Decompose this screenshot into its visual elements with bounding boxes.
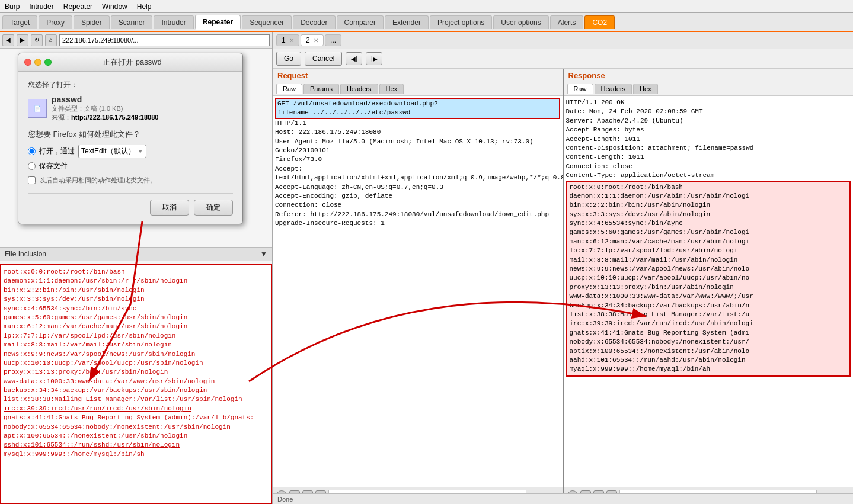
response-body-line: myaql:x:999:999::/home/myaql:/bin/ah xyxy=(570,365,848,374)
tab-sequencer[interactable]: Sequencer xyxy=(242,15,292,29)
tab-co2[interactable]: CO2 xyxy=(584,15,615,29)
request-sub-tabs: Raw Params Headers Hex xyxy=(273,82,563,96)
response-content-wrapper: HTTP/1.1 200 OK Date: Mon, 24 Feb 2020 0… xyxy=(564,96,854,487)
response-content[interactable]: HTTP/1.1 200 OK Date: Mon, 24 Feb 2020 0… xyxy=(564,96,854,487)
left-panel: ◀ ▶ ↻ ⌂ 正在打开 passwd 您选择了打开： 📄 xyxy=(0,32,273,504)
home-button[interactable]: ⌂ xyxy=(45,34,57,46)
save-radio-row: 保存文件 xyxy=(28,161,233,171)
terminal-line: mysql:x:999:999::/home/mysql:/bin/sh xyxy=(4,450,269,459)
reload-button[interactable]: ↻ xyxy=(31,34,43,46)
tab-project-options[interactable]: Project options xyxy=(430,15,492,29)
tab-target[interactable]: Target xyxy=(2,15,37,29)
expand-icon[interactable]: ▼ xyxy=(260,250,267,258)
req-res-split: Request Raw Params Headers Hex GET /vul/… xyxy=(273,69,853,504)
response-body-line: man:x:6:12:man:/var/cache/man:/usr/abin/… xyxy=(570,237,848,246)
req-line-4: User-Agent: Mozilla/5.0 (Macintosh; Inte… xyxy=(275,137,560,156)
req-line-11: Upgrade-Insecure-Requests: 1 xyxy=(275,219,560,228)
dialog-titlebar: 正在打开 passwd xyxy=(18,53,242,72)
tab-alerts[interactable]: Alerts xyxy=(550,15,584,29)
menu-burp[interactable]: Burp xyxy=(5,2,20,11)
tab-user-options[interactable]: User options xyxy=(493,15,548,29)
close-tab-2-icon[interactable]: ✕ xyxy=(314,37,318,44)
burp-tabs: Target Proxy Spider Scanner Intruder Rep… xyxy=(0,13,853,32)
response-body-line: www-data:x:1000:33:www-data:/var/www:/ww… xyxy=(570,292,848,301)
close-tab-1-icon[interactable]: ✕ xyxy=(289,37,294,44)
dialog-info: passwd 文件类型：文稿 (1.0 KB) 来源：http://222.18… xyxy=(52,95,158,122)
cancel-button[interactable]: 取消 xyxy=(150,200,189,216)
response-body-highlight: root:x:0:root:/root:/bin/bashdaemon:x:1:… xyxy=(566,181,851,377)
response-body-line: sys:x:3:3:sys:/dev:/usr/abin/nologin xyxy=(570,210,848,219)
menu-help[interactable]: Help xyxy=(137,2,152,11)
next-nav-button[interactable]: |▶ xyxy=(366,52,382,65)
response-body-line: news:x:9:9:news:/var/apool/news:/usr/abi… xyxy=(570,265,848,274)
response-body-line: mail:x:8:8:mail:/var/mail:/usr/abin/nolo… xyxy=(570,256,848,265)
req-tab-headers[interactable]: Headers xyxy=(340,84,378,94)
terminal-line: uucp:x:10:10:uucp:/var/spool/uucp:/usr/s… xyxy=(4,359,269,368)
req-tab-params[interactable]: Params xyxy=(303,84,339,94)
tab-extender[interactable]: Extender xyxy=(385,15,429,29)
ok-button[interactable]: 确定 xyxy=(194,200,233,216)
repeater-tab-2[interactable]: 2 ✕ xyxy=(301,34,324,46)
response-sub-tabs: Raw Headers Hex xyxy=(564,82,854,96)
minimize-button[interactable] xyxy=(34,59,41,66)
request-title: Request xyxy=(273,69,563,82)
filename-label: passwd xyxy=(52,95,158,104)
terminal-line: daemon:x:1:1:daemon:/usr/sbin:/r r/sbin/… xyxy=(4,277,269,285)
response-body-line: root:x:0:root:/root:/bin/bash xyxy=(570,183,848,192)
res-line-5: Accept-Length: 1011 xyxy=(566,135,851,144)
menu-window[interactable]: Window xyxy=(102,2,127,11)
open-file-dialog: 正在打开 passwd 您选择了打开： 📄 passwd 文件类型：文稿 (1.… xyxy=(18,53,243,224)
response-title: Response xyxy=(564,69,854,82)
tab-repeater[interactable]: Repeater xyxy=(195,15,241,30)
terminal-line: backup:x:34:34:backup:/var/backups:/usr/… xyxy=(4,386,269,395)
res-line-2: Date: Mon, 24 Feb 2020 02:08:59 GMT xyxy=(566,107,851,116)
forward-button[interactable]: ▶ xyxy=(17,34,28,46)
res-tab-raw[interactable]: Raw xyxy=(567,84,593,94)
open-radio-row: 打开，通过 TextEdit（默认） ▼ xyxy=(28,145,233,158)
tab-comparer[interactable]: Comparer xyxy=(337,15,384,29)
repeater-tab-more[interactable]: ... xyxy=(325,34,341,46)
tab-scanner[interactable]: Scanner xyxy=(111,15,153,29)
request-line: GET /vul/unsafedownload/execdownload.php… xyxy=(275,98,560,119)
menu-intruder[interactable]: Intruder xyxy=(29,2,53,11)
res-line-9: Content-Type: application/octet-stream xyxy=(566,171,851,180)
req-line-6: Accept: text/html,application/xhtml+xml,… xyxy=(275,165,560,183)
prev-nav-button[interactable]: ◀| xyxy=(346,52,362,65)
res-tab-hex[interactable]: Hex xyxy=(633,84,658,94)
tab-intruder[interactable]: Intruder xyxy=(154,15,193,29)
open-radio[interactable] xyxy=(28,147,36,155)
response-body-line: sync:x:4:65534:sync:/bin/aync xyxy=(570,219,848,228)
tab-proxy[interactable]: Proxy xyxy=(39,15,72,29)
auto-checkbox-row: 以后自动采用相同的动作处理此类文件。 xyxy=(28,176,233,185)
req-tab-hex[interactable]: Hex xyxy=(379,84,404,94)
terminal-line: apt:x:100:65534::/nonexistent:/usr/sbin/… xyxy=(4,432,269,441)
maximize-button[interactable] xyxy=(44,59,52,66)
back-button[interactable]: ◀ xyxy=(2,34,14,46)
cancel-button[interactable]: Cancel xyxy=(305,52,342,66)
file-inclusion-bar[interactable]: File Inclusion ▼ xyxy=(0,247,272,261)
req-line-7: Accept-Language: zh-CN,en-US;q=0.7,en;q=… xyxy=(275,183,560,192)
save-radio[interactable] xyxy=(28,162,36,170)
repeater-tab-1[interactable]: 1 ✕ xyxy=(276,34,299,46)
response-panel: Response Raw Headers Hex HTTP/1.1 200 OK… xyxy=(564,69,854,504)
req-tab-raw[interactable]: Raw xyxy=(276,84,302,94)
response-body-line: nobody:x:65534:65534:nobody:/nonexistent… xyxy=(570,338,848,346)
dialog-section: 您选择了打开： xyxy=(28,80,233,90)
browser-toolbar: ◀ ▶ ↻ ⌂ xyxy=(0,32,272,49)
address-bar[interactable] xyxy=(59,34,270,46)
tab-decoder[interactable]: Decoder xyxy=(293,15,335,29)
right-panel: 1 ✕ 2 ✕ ... Go Cancel ◀| |▶ Request Raw … xyxy=(273,32,853,504)
go-button[interactable]: Go xyxy=(276,52,301,66)
request-content[interactable]: GET /vul/unsafedownload/execdownload.php… xyxy=(273,96,563,487)
res-tab-headers[interactable]: Headers xyxy=(595,84,632,94)
auto-checkbox[interactable] xyxy=(28,176,36,184)
menu-repeater[interactable]: Repeater xyxy=(63,2,92,11)
file-info-row: 📄 passwd 文件类型：文稿 (1.0 KB) 来源：http://222.… xyxy=(28,95,233,122)
close-button[interactable] xyxy=(24,59,31,66)
terminal-line: root:x:0:0:root:/root:/bin/bash xyxy=(4,268,269,277)
tab-spider[interactable]: Spider xyxy=(74,15,110,29)
dialog-title: 正在打开 passwd xyxy=(103,57,162,68)
res-line-6: Content-Disposition: attachment; filenam… xyxy=(566,144,851,153)
app-select[interactable]: TextEdit（默认） ▼ xyxy=(78,145,146,158)
status-bar: Done xyxy=(273,493,853,504)
